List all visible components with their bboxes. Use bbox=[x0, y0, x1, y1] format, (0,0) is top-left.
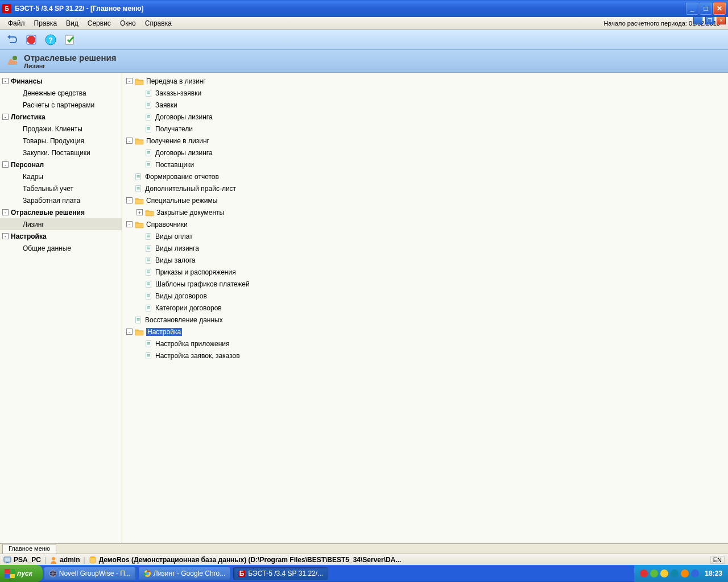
svg-rect-13 bbox=[65, 35, 73, 44]
tree-item[interactable]: Приказы и распоряжения bbox=[123, 266, 728, 278]
tree-folder[interactable]: -Справочники bbox=[123, 218, 728, 230]
maximize-button[interactable]: □ bbox=[700, 2, 712, 15]
expand-icon[interactable]: - bbox=[126, 78, 133, 84]
tree-item[interactable]: Заявки bbox=[123, 99, 728, 111]
tool-help-button[interactable]: ? bbox=[42, 32, 59, 48]
tool-stop-button[interactable] bbox=[23, 32, 40, 48]
menu-file[interactable]: Файл bbox=[3, 18, 30, 28]
close-button[interactable]: ✕ bbox=[713, 2, 726, 15]
taskbar-task[interactable]: Лизинг - Google Chro... bbox=[138, 567, 231, 580]
mdi-minimize-button[interactable]: _ bbox=[693, 16, 702, 24]
expand-icon[interactable]: - bbox=[2, 233, 9, 239]
document-icon bbox=[135, 316, 143, 324]
tool-check-button[interactable] bbox=[61, 32, 78, 48]
expand-icon[interactable]: - bbox=[2, 78, 9, 84]
sidebar-group[interactable]: -Персонал bbox=[0, 159, 122, 171]
sidebar-item[interactable]: Расчеты с партнерами bbox=[0, 99, 122, 111]
expand-icon[interactable]: - bbox=[2, 114, 9, 120]
mdi-close-button[interactable]: × bbox=[717, 16, 726, 24]
expand-icon[interactable]: + bbox=[136, 209, 143, 215]
menubar: Файл Правка Вид Сервис Окно Справка Нача… bbox=[0, 17, 728, 30]
sidebar-group[interactable]: -Логистика bbox=[0, 111, 122, 123]
sidebar-group[interactable]: -Настройка bbox=[0, 230, 122, 242]
tray-clock[interactable]: 18:23 bbox=[705, 569, 722, 577]
tree-folder[interactable]: +Закрытые документы bbox=[123, 206, 728, 218]
expand-icon[interactable]: - bbox=[126, 197, 133, 203]
tree-item[interactable]: Виды оплат bbox=[123, 230, 728, 242]
app-icon: Б bbox=[2, 4, 11, 13]
tray-icon[interactable] bbox=[671, 569, 679, 577]
tray-icon[interactable] bbox=[691, 569, 699, 577]
tree-item[interactable]: Получатели bbox=[123, 123, 728, 135]
menu-help[interactable]: Справка bbox=[140, 18, 176, 28]
sidebar-label: Общие данные bbox=[23, 244, 71, 252]
sidebar-label: Лизинг bbox=[23, 221, 44, 228]
tray-icon[interactable] bbox=[640, 569, 648, 577]
tree-item[interactable]: Восстановление данных bbox=[123, 314, 728, 326]
expand-icon[interactable]: - bbox=[2, 209, 9, 215]
main: -ФинансыДенежные средстваРасчеты с партн… bbox=[0, 73, 728, 543]
tree-item[interactable]: Поставщики bbox=[123, 159, 728, 171]
document-icon bbox=[145, 352, 153, 360]
sidebar-item[interactable]: Кадры bbox=[0, 171, 122, 182]
expand-icon[interactable]: - bbox=[126, 329, 133, 335]
sidebar-group[interactable]: -Финансы bbox=[0, 75, 122, 87]
sidebar-item[interactable]: Табельный учет bbox=[0, 182, 122, 194]
tree-label: Виды оплат bbox=[155, 232, 193, 240]
sidebar-item[interactable]: Лизинг bbox=[0, 218, 122, 230]
tray-icon[interactable] bbox=[660, 569, 668, 577]
tree-item[interactable]: Виды лизинга bbox=[123, 242, 728, 254]
mdi-restore-button[interactable]: ❐ bbox=[705, 16, 714, 24]
tree-item[interactable]: Категории договоров bbox=[123, 302, 728, 314]
page-title: Отраслевые решения bbox=[24, 53, 116, 63]
document-icon bbox=[145, 268, 153, 276]
sidebar-item[interactable]: Денежные средства bbox=[0, 87, 122, 99]
tree-folder[interactable]: -Передача в лизинг bbox=[123, 75, 728, 87]
tool-back-button[interactable] bbox=[3, 32, 20, 48]
menu-view[interactable]: Вид bbox=[61, 18, 83, 28]
status-lang[interactable]: EN bbox=[710, 556, 725, 564]
sidebar-group[interactable]: -Отраслевые решения bbox=[0, 206, 122, 218]
expand-icon[interactable]: - bbox=[2, 161, 9, 168]
menu-window[interactable]: Окно bbox=[115, 18, 140, 28]
window-title: БЭСТ-5 /3.4 SP 31.22/ - [Главное меню] bbox=[15, 5, 685, 13]
sidebar-item[interactable]: Товары. Продукция bbox=[0, 135, 122, 147]
tree-label: Получатели bbox=[155, 125, 193, 133]
taskbar-task[interactable]: ББЭСТ-5 /3.4 SP 31.22/... bbox=[233, 567, 328, 580]
menu-edit[interactable]: Правка bbox=[30, 18, 62, 28]
tree-label: Передача в лизинг bbox=[146, 77, 206, 85]
tree-item[interactable]: Шаблоны графиков платежей bbox=[123, 278, 728, 290]
menu-service[interactable]: Сервис bbox=[83, 18, 115, 28]
tree-item[interactable]: Договоры лизинга bbox=[123, 111, 728, 123]
svg-text:?: ? bbox=[48, 36, 52, 44]
tree-folder[interactable]: -Настройка bbox=[123, 326, 728, 338]
tree-label: Закрытые документы bbox=[156, 209, 224, 217]
taskbar-task[interactable]: Novell GroupWise - П... bbox=[44, 567, 136, 580]
tree-item[interactable]: Дополнительный прайс-лист bbox=[123, 182, 728, 194]
tree-folder[interactable]: -Получение в лизинг bbox=[123, 135, 728, 147]
tree-label: Специальные режимы bbox=[146, 197, 217, 205]
start-button[interactable]: пуск bbox=[0, 565, 43, 582]
tree-item[interactable]: Настройка заявок, заказов bbox=[123, 350, 728, 361]
tree-label: Формирование отчетов bbox=[145, 173, 219, 181]
system-tray[interactable]: 18:23 bbox=[634, 565, 728, 582]
sidebar-label: Табельный учет bbox=[23, 185, 73, 193]
tree-item[interactable]: Настройка приложения bbox=[123, 338, 728, 350]
sidebar-item[interactable]: Продажи. Клиенты bbox=[0, 123, 122, 135]
sidebar-item[interactable]: Заработная плата bbox=[0, 194, 122, 206]
expand-icon[interactable]: - bbox=[126, 221, 133, 227]
tree-item[interactable]: Виды залога bbox=[123, 254, 728, 266]
tree-folder[interactable]: -Специальные режимы bbox=[123, 194, 728, 206]
tree-item[interactable]: Формирование отчетов bbox=[123, 171, 728, 182]
svg-text:Б: Б bbox=[239, 569, 245, 577]
tree-item[interactable]: Договоры лизинга bbox=[123, 147, 728, 159]
minimize-button[interactable]: _ bbox=[686, 2, 698, 15]
tray-icon[interactable] bbox=[681, 569, 689, 577]
sidebar-item[interactable]: Закупки. Поставщики bbox=[0, 147, 122, 159]
tray-icon[interactable] bbox=[650, 569, 658, 577]
tree-item[interactable]: Виды договоров bbox=[123, 290, 728, 302]
tab-main-menu[interactable]: Главное меню bbox=[2, 544, 56, 554]
tree-item[interactable]: Заказы-заявки bbox=[123, 87, 728, 99]
expand-icon[interactable]: - bbox=[126, 138, 133, 144]
sidebar-item[interactable]: Общие данные bbox=[0, 242, 122, 254]
